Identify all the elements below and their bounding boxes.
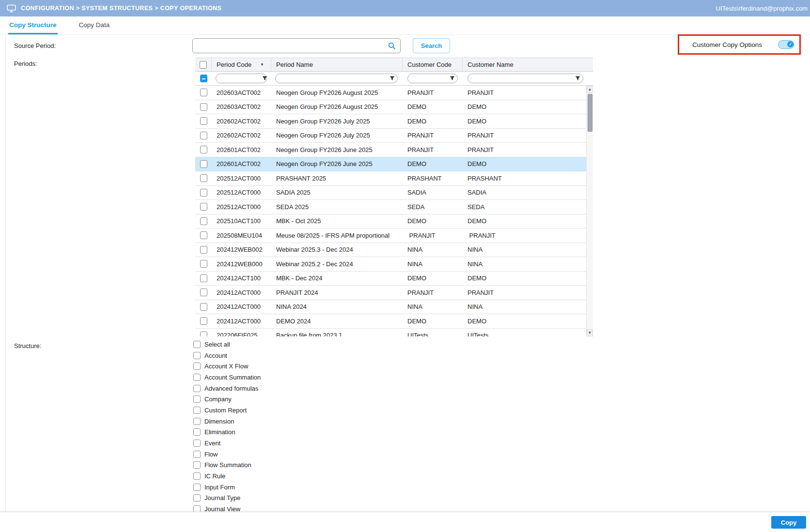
vertical-scrollbar[interactable]: ▲ ▼ (586, 86, 593, 336)
row-checkbox[interactable] (200, 317, 207, 325)
row-checkbox[interactable] (200, 231, 207, 239)
tab-copy-data[interactable]: Copy Data (78, 21, 111, 34)
structure-checkbox[interactable] (193, 374, 201, 381)
cell-period-name: NINA 2024 (271, 303, 403, 310)
filter-period-name-input[interactable] (275, 74, 398, 83)
breadcrumb[interactable]: CONFIGURATION > SYSTEM STRUCTURES > COPY… (21, 5, 221, 12)
header-period-code[interactable]: Period Code ▼ (212, 58, 271, 71)
row-checkbox[interactable] (200, 274, 207, 282)
search-button[interactable]: Search (413, 38, 450, 53)
row-checkbox[interactable] (200, 146, 207, 153)
funnel-icon[interactable] (450, 76, 455, 81)
row-checkbox[interactable] (200, 303, 207, 311)
structure-item-label: Account X Flow (204, 363, 248, 370)
header-customer-code[interactable]: Customer Code (403, 58, 463, 71)
row-checkbox[interactable] (200, 217, 207, 225)
structure-checkbox[interactable] (193, 341, 201, 348)
table-row[interactable]: 202512ACT000 PRASHANT 2025 PRASHANT PRAS… (195, 171, 586, 186)
row-checkbox[interactable] (200, 332, 207, 336)
table-row[interactable]: 202412ACT000 NINA 2024 NINA NINA (195, 300, 586, 315)
structure-item[interactable]: Advanced formulas (193, 383, 387, 394)
funnel-icon[interactable] (389, 76, 395, 81)
structure-item[interactable]: Flow (193, 449, 387, 460)
structure-item[interactable]: Journal View (193, 503, 387, 512)
structure-checkbox[interactable] (193, 440, 201, 447)
scroll-up-arrow-icon[interactable]: ▲ (587, 86, 593, 93)
row-checkbox[interactable] (200, 189, 207, 197)
cell-customer-code: DEMO (403, 160, 463, 167)
row-checkbox[interactable] (200, 289, 207, 296)
row-checkbox[interactable] (200, 246, 207, 254)
header-customer-name[interactable]: Customer Name (463, 58, 593, 71)
structure-checkbox[interactable] (193, 363, 201, 370)
table-row[interactable]: 202512ACT000 SADIA 2025 SADIA SADIA (195, 186, 586, 200)
scroll-down-arrow-icon[interactable]: ▼ (587, 329, 593, 336)
structure-item[interactable]: Input Form (193, 482, 387, 493)
table-row[interactable]: 202601ACT002 Neogen Group FY2026 June 20… (195, 157, 586, 172)
structure-item[interactable]: Event (193, 438, 387, 449)
table-row[interactable]: 202603ACT002 Neogen Group FY2026 August … (195, 86, 586, 100)
row-checkbox[interactable] (200, 117, 207, 125)
table-row[interactable]: 202412ACT000 DEMO 2024 DEMO DEMO (195, 314, 586, 329)
table-row[interactable]: 202412WEB002 Webinar 2025.3 - Dec 2024 N… (195, 243, 586, 258)
cell-period-code: 202412WEB002 (212, 246, 271, 253)
structure-item[interactable]: Elimination (193, 427, 387, 438)
funnel-icon[interactable] (575, 76, 580, 81)
structure-item[interactable]: Flow Summation (193, 460, 387, 471)
funnel-icon[interactable] (262, 76, 267, 81)
structure-item[interactable]: IC Rule (193, 471, 387, 482)
row-checkbox[interactable] (200, 89, 207, 96)
filter-customer-name-input[interactable] (467, 74, 583, 83)
structure-checkbox[interactable] (193, 352, 201, 359)
row-checkbox[interactable] (200, 160, 207, 168)
structure-checkbox[interactable] (193, 451, 201, 458)
structure-checkbox[interactable] (193, 484, 201, 491)
cell-period-name: PRASHANT 2025 (271, 175, 403, 182)
row-checkbox[interactable] (200, 260, 207, 268)
table-row[interactable]: 202603ACT002 Neogen Group FY2026 August … (195, 100, 586, 115)
copy-button[interactable]: Copy (771, 516, 806, 529)
structure-item[interactable]: Account Summation (193, 372, 387, 383)
tab-copy-structure[interactable]: Copy Structure (8, 21, 58, 34)
header-period-name[interactable]: Period Name (271, 58, 403, 71)
structure-item[interactable]: Select all (193, 339, 387, 350)
structure-checkbox[interactable] (193, 407, 201, 414)
filter-period-code-input[interactable] (216, 74, 267, 83)
structure-checkbox[interactable] (193, 428, 201, 436)
table-row[interactable]: 202412ACT000 PRANJIT 2024 PRANJIT PRANJI… (195, 286, 586, 300)
structure-item[interactable]: Account X Flow (193, 361, 387, 372)
row-checkbox[interactable] (200, 132, 207, 139)
table-row[interactable]: 202412ACT100 MBK - Dec 2024 DEMO DEMO (195, 272, 586, 286)
structure-checkbox[interactable] (193, 472, 201, 480)
table-row[interactable]: 202512ACT000 SEDA 2025 SEDA SEDA (195, 200, 586, 214)
structure-checkbox[interactable] (193, 395, 201, 403)
customer-copy-options-toggle[interactable]: ✓ (778, 40, 794, 49)
structure-checkbox[interactable] (193, 461, 201, 469)
row-checkbox[interactable] (200, 103, 207, 111)
cell-period-name: DEMO 2024 (271, 318, 403, 325)
structure-item[interactable]: Journal Type (193, 493, 387, 504)
structure-checkbox[interactable] (193, 418, 201, 425)
table-row[interactable]: 202601ACT002 Neogen Group FY2026 June 20… (195, 143, 586, 157)
table-row[interactable]: 202602ACT002 Neogen Group FY2026 July 20… (195, 114, 586, 129)
structure-checkbox[interactable] (193, 505, 201, 512)
table-row[interactable]: 202206FIF025 Backup file from 2023.1 UIT… (195, 329, 586, 337)
row-checkbox[interactable] (200, 203, 207, 211)
structure-item[interactable]: Dimension (193, 416, 387, 427)
row-checkbox[interactable] (200, 174, 207, 182)
source-period-input[interactable] (192, 38, 401, 53)
cell-period-code: 202602ACT002 (212, 118, 271, 125)
table-row[interactable]: 202602ACT002 Neogen Group FY2026 July 20… (195, 129, 586, 143)
structure-checkbox[interactable] (193, 494, 201, 502)
table-row[interactable]: 202412WEB000 Webinar 2025.2 - Dec 2024 N… (195, 257, 586, 272)
structure-checkbox[interactable] (193, 385, 201, 392)
table-row[interactable]: 202510ACT100 MBK - Oct 2025 DEMO DEMO (195, 214, 586, 229)
select-all-checkbox[interactable] (200, 61, 207, 69)
table-row[interactable]: 202508MEU104 Meuse 08/2025 - IFRS APM pr… (195, 228, 586, 243)
structure-item[interactable]: Custom Report (193, 405, 387, 416)
structure-item[interactable]: Account (193, 350, 387, 361)
scrollbar-thumb[interactable] (588, 94, 592, 132)
magnifier-icon[interactable] (388, 42, 396, 52)
filter-select-all-checkbox[interactable] (200, 75, 207, 82)
structure-item[interactable]: Company (193, 394, 387, 405)
